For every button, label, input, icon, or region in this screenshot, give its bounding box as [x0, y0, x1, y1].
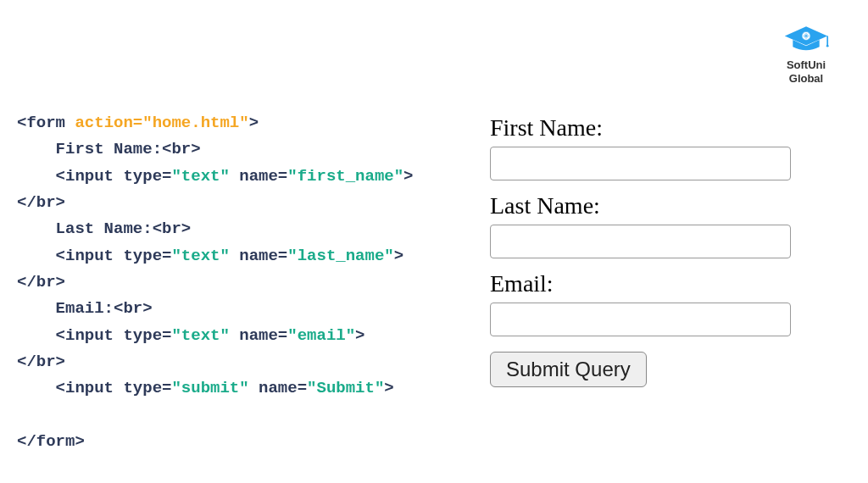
email-label: Email: [490, 270, 791, 297]
first-name-label: First Name: [490, 114, 791, 142]
code-token: > [403, 167, 413, 186]
brand-name-line1: SoftUni [782, 59, 830, 71]
code-token: "text" [171, 326, 229, 345]
code-token: <input type= [17, 167, 171, 186]
code-token: <form [17, 114, 75, 132]
code-token: <br> [153, 219, 192, 238]
code-token: action= [75, 114, 142, 132]
code-block: <form action="home.html"> First Name:<br… [17, 110, 475, 455]
main-content: <form action="home.html"> First Name:<br… [0, 0, 868, 455]
form-preview: First Name: Last Name: Email: Submit Que… [475, 110, 791, 455]
code-token: "Submit" [307, 379, 384, 397]
code-token: name= [249, 379, 307, 397]
code-token: Email: [17, 299, 114, 318]
code-token: First Name: [17, 140, 162, 158]
code-token: "last_name" [287, 247, 393, 265]
brand-logo: SoftUni Global [782, 24, 830, 86]
code-token: </br> [17, 193, 65, 212]
code-token: </form> [17, 432, 85, 451]
code-token: </br> [17, 273, 65, 291]
code-token: name= [230, 167, 287, 186]
code-token: > [249, 114, 259, 132]
code-token: <input type= [17, 379, 171, 397]
code-token: "text" [171, 247, 229, 265]
code-token: name= [230, 326, 287, 345]
code-token: > [384, 379, 393, 397]
svg-point-3 [826, 45, 829, 47]
code-token: "submit" [171, 379, 248, 397]
code-token: "email" [287, 326, 355, 345]
brand-name-line2: Global [782, 73, 830, 85]
code-token: "home.html" [142, 114, 248, 132]
code-token: <input type= [17, 326, 171, 345]
code-token: > [355, 326, 364, 345]
code-token: > [394, 247, 403, 265]
email-input[interactable] [490, 303, 791, 336]
code-token: name= [230, 247, 287, 265]
code-token: <br> [114, 299, 153, 318]
code-token: "first_name" [287, 167, 403, 186]
first-name-input[interactable] [490, 147, 791, 180]
code-token: <input type= [17, 247, 171, 265]
last-name-input[interactable] [490, 225, 791, 258]
submit-button[interactable]: Submit Query [490, 352, 647, 387]
code-panel: <form action="home.html"> First Name:<br… [0, 110, 475, 455]
graduation-cap-icon [782, 24, 830, 58]
code-token: "text" [171, 167, 229, 186]
code-token: <br> [162, 140, 201, 158]
last-name-label: Last Name: [490, 192, 791, 219]
code-token: </br> [17, 353, 65, 371]
code-token: Last Name: [17, 219, 153, 238]
